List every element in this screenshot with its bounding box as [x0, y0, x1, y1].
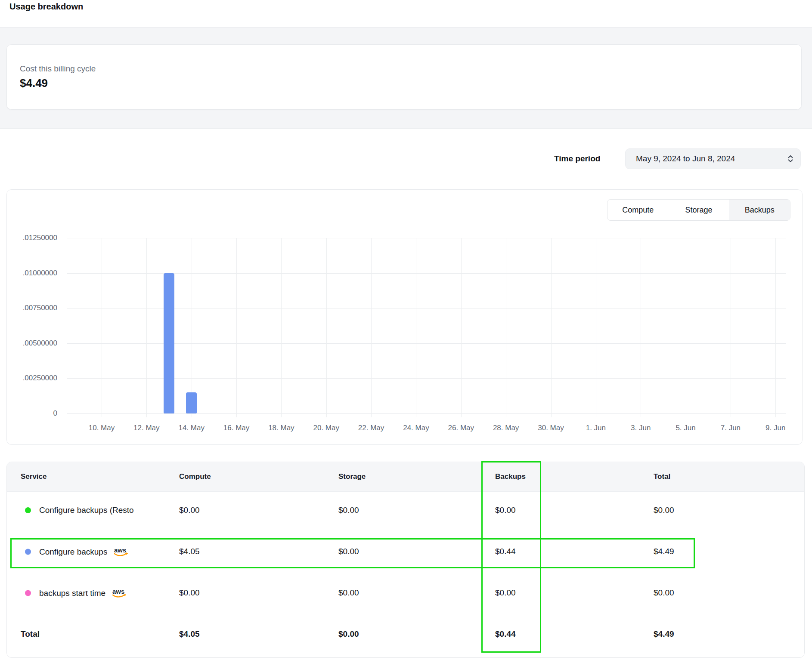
column-header-compute: Compute: [179, 462, 211, 491]
x-axis-tick-label: 7. Jun: [711, 424, 750, 432]
compute-value: $0.00: [179, 588, 200, 598]
table-row: Configure backups (Resto$0.00$0.00$0.00$…: [7, 490, 804, 531]
table-row: Configure backupsaws$4.05$0.00$0.44$4.49: [7, 531, 804, 572]
gridline-vertical: [641, 238, 641, 417]
x-axis-tick-label: 10. May: [82, 424, 121, 432]
column-header-total: Total: [654, 462, 670, 491]
gridline-horizontal: [67, 378, 786, 379]
usage-breakdown-page: Usage breakdown Cost this billing cycle …: [0, 0, 812, 666]
total-value: $4.49: [654, 547, 674, 556]
tab-compute[interactable]: Compute: [607, 200, 668, 220]
series-color-dot: [25, 590, 31, 596]
x-axis-tick-label: 18. May: [262, 424, 301, 432]
column-header-service: Service: [21, 462, 47, 491]
page-title: Usage breakdown: [9, 2, 83, 12]
y-axis-tick-label: .01000000: [10, 269, 57, 278]
storage-value: $0.00: [338, 547, 359, 556]
time-period-label: Time period: [554, 148, 600, 169]
gridline-horizontal: [67, 238, 786, 238]
storage-value: $0.00: [338, 629, 359, 639]
service-name: Configure backups: [39, 547, 107, 556]
x-axis-tick-label: 16. May: [217, 424, 256, 432]
backups-value: $0.44: [495, 629, 516, 639]
x-axis-tick-label: 12. May: [127, 424, 166, 432]
total-row-label: Total: [21, 629, 40, 639]
compute-value: $0.00: [179, 506, 200, 515]
x-axis-tick-label: 20. May: [307, 424, 346, 432]
gridline-vertical: [102, 238, 102, 417]
x-axis-tick-label: 26. May: [442, 424, 480, 432]
storage-value: $0.00: [338, 506, 359, 515]
gridline-vertical: [596, 238, 596, 417]
gridline-vertical: [192, 238, 192, 417]
gridline-vertical: [775, 238, 776, 417]
gridline-horizontal: [67, 343, 786, 344]
usage-chart-card: ComputeStorageBackups .01250000.01000000…: [6, 189, 803, 445]
gridline-vertical: [146, 238, 147, 417]
series-color-dot: [25, 507, 31, 513]
x-axis-tick-label: 9. Jun: [756, 424, 795, 432]
chevron-up-down-icon: [787, 154, 794, 163]
billing-cycle-amount: $4.49: [20, 77, 48, 89]
series-color-dot: [25, 549, 31, 555]
y-axis-tick-label: .00500000: [10, 339, 57, 348]
compute-value: $4.05: [179, 629, 200, 639]
backups-value: $0.00: [495, 506, 516, 515]
x-axis-tick-label: 14. May: [172, 424, 211, 432]
time-period-value: May 9, 2024 to Jun 8, 2024: [636, 154, 787, 163]
backups-value: $0.44: [495, 547, 516, 556]
x-axis-tick-label: 22. May: [352, 424, 391, 432]
usage-table: ServiceComputeStorageBackupsTotal Config…: [6, 462, 805, 658]
gridline-vertical: [416, 238, 416, 417]
compute-value: $4.05: [179, 547, 200, 556]
tab-storage[interactable]: Storage: [668, 200, 729, 220]
chart-bar-14-may: [186, 392, 197, 413]
service-name: Configure backups (Resto: [39, 506, 134, 515]
svg-text:aws: aws: [114, 546, 126, 554]
x-axis-tick-label: 5. Jun: [666, 424, 705, 432]
x-axis-tick-label: 24. May: [397, 424, 435, 432]
total-value: $4.49: [654, 629, 674, 639]
gridline-horizontal: [67, 308, 786, 308]
usage-table-header: ServiceComputeStorageBackupsTotal: [7, 462, 804, 492]
gridline-vertical: [371, 238, 372, 417]
aws-logo-icon: aws: [113, 546, 128, 558]
gridline-vertical: [506, 238, 506, 417]
x-axis-tick-label: 28. May: [487, 424, 525, 432]
gridline-vertical: [686, 238, 686, 417]
column-header-backups: Backups: [495, 462, 526, 491]
gridline-vertical: [461, 238, 462, 417]
backups-value: $0.00: [495, 588, 516, 598]
service-cell: Configure backupsaws: [25, 546, 128, 558]
time-period-select[interactable]: May 9, 2024 to Jun 8, 2024: [625, 148, 801, 169]
total-value: $0.00: [654, 588, 674, 598]
x-axis-tick-label: 3. Jun: [621, 424, 660, 432]
gridline-horizontal: [67, 273, 786, 274]
storage-value: $0.00: [338, 588, 359, 598]
x-axis-tick-label: 1. Jun: [576, 424, 615, 432]
table-row: backups start timeaws$0.00$0.00$0.00$0.0…: [7, 572, 804, 614]
y-axis-tick-label: .01250000: [10, 234, 57, 242]
y-axis-tick-label: 0: [10, 409, 57, 418]
billing-cycle-label: Cost this billing cycle: [20, 64, 96, 74]
x-axis-tick-label: 30. May: [532, 424, 570, 432]
service-cell: Configure backups (Resto: [25, 506, 134, 515]
tab-backups[interactable]: Backups: [729, 200, 790, 220]
total-value: $0.00: [654, 506, 674, 515]
y-axis-tick-label: .00250000: [10, 374, 57, 382]
service-name: backups start time: [39, 588, 105, 598]
chart-bar-13-may: [164, 273, 174, 413]
svg-text:aws: aws: [112, 588, 124, 595]
column-header-storage: Storage: [338, 462, 366, 491]
gridline-vertical: [551, 238, 552, 417]
gridline-vertical: [281, 238, 282, 417]
aws-logo-icon: aws: [111, 587, 127, 599]
billing-cycle-card: Cost this billing cycle $4.49: [6, 44, 802, 110]
gridline-vertical: [236, 238, 237, 417]
chart-metric-tabs: ComputeStorageBackups: [607, 199, 790, 221]
service-cell: backups start timeaws: [25, 587, 127, 599]
gridline-horizontal: [67, 413, 786, 414]
y-axis-tick-label: .00750000: [10, 304, 57, 312]
table-total-row: Total$4.05$0.00$0.44$4.49: [7, 614, 804, 655]
gridline-vertical: [326, 238, 327, 417]
